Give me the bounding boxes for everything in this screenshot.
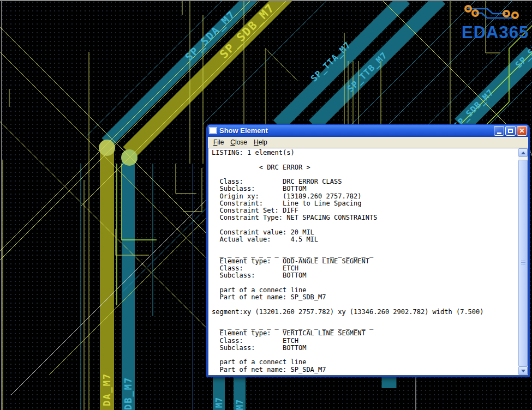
vertical-scrollbar[interactable] — [518, 148, 528, 375]
arrow-up-icon — [521, 152, 525, 154]
menu-file[interactable]: File — [210, 137, 227, 147]
scrollbar-grip — [521, 261, 525, 266]
guide-step — [176, 164, 196, 194]
eda365-logo: EDA365 — [462, 6, 529, 42]
maximize-button[interactable] — [505, 126, 516, 136]
guide-line — [266, 49, 297, 81]
scrollbar-track[interactable] — [518, 157, 528, 366]
viewport-top-edge — [0, 0, 532, 1]
window-icon — [209, 127, 217, 134]
menu-bar: File Close Help — [208, 137, 528, 148]
close-icon: ✕ — [519, 128, 524, 134]
net-label-stub-b: M7 — [235, 399, 245, 410]
net-label-db: DB_M7 — [123, 377, 134, 410]
listing-panel: LISTING: 1 element(s) < DRC ERROR > Clas… — [208, 148, 528, 376]
menu-help[interactable]: Help — [250, 137, 271, 147]
arrow-down-icon — [521, 370, 525, 372]
close-button[interactable]: ✕ — [517, 126, 527, 136]
title-bar[interactable]: Show Element ✕ — [208, 124, 528, 137]
element-listing-text: LISTING: 1 element(s) < DRC ERROR > Clas… — [208, 148, 528, 373]
logo-text: EDA365 — [462, 23, 529, 42]
minimize-icon — [497, 132, 501, 134]
trace-sda-diagonal[interactable] — [106, 0, 256, 143]
minimize-button[interactable] — [494, 126, 504, 136]
scroll-down-button[interactable] — [518, 366, 528, 375]
net-label-da: DA_M7 — [101, 373, 112, 406]
scrollbar-thumb[interactable] — [518, 160, 528, 366]
net-label-stub-a: M7 — [214, 397, 224, 408]
window-title: Show Element — [219, 126, 492, 135]
menu-close[interactable]: Close — [227, 137, 250, 147]
maximize-icon — [508, 129, 513, 133]
scroll-up-button[interactable] — [518, 148, 528, 157]
show-element-window: Show Element ✕ File Close Help LISTING: … — [206, 124, 530, 377]
logo-pad — [512, 13, 518, 18]
